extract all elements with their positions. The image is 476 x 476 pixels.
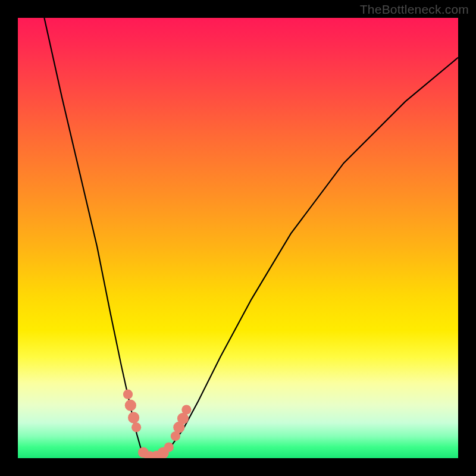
bottleneck-curve [44, 18, 458, 458]
bead-marker [128, 412, 139, 423]
bead-marker [131, 422, 141, 432]
bead-layer [123, 390, 192, 458]
chart-svg [18, 18, 458, 458]
bead-marker [123, 390, 133, 399]
bead-marker [164, 442, 174, 452]
bead-marker [181, 405, 191, 415]
bead-marker [125, 400, 136, 411]
curve-layer [44, 18, 458, 458]
watermark-text: TheBottleneck.com [360, 2, 469, 17]
chart-frame: TheBottleneck.com [0, 0, 476, 476]
plot-area [18, 18, 458, 458]
bead-marker [177, 413, 189, 424]
